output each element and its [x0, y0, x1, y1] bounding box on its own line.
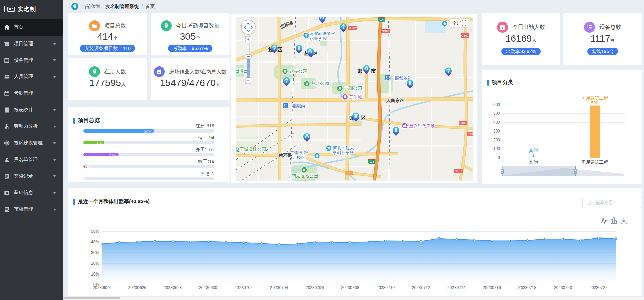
svg-text:20230710: 20230710: [377, 285, 395, 290]
svg-text:20230624: 20230624: [93, 285, 111, 290]
svg-text:学科信学院: 学科信学院: [333, 151, 354, 156]
svg-text:G107: G107: [349, 27, 357, 30]
svg-text:20230720: 20230720: [554, 285, 572, 290]
svg-text:20230722: 20230722: [589, 285, 608, 290]
svg-text:G107: G107: [461, 34, 469, 37]
svg-text:新兴时代广场: 新兴时代广场: [409, 124, 435, 128]
svg-text:20230718: 20230718: [518, 285, 537, 290]
svg-text:河北司法警官: 河北司法警官: [310, 31, 335, 36]
svg-text:20%: 20%: [91, 261, 99, 266]
svg-text:丛台公园: 丛台公园: [311, 81, 329, 86]
svg-text:200: 200: [493, 138, 500, 142]
svg-text:人民东路: 人民东路: [386, 98, 404, 103]
svg-text:职业学院: 职业学院: [309, 36, 327, 41]
svg-text:G107: G107: [455, 169, 462, 173]
svg-text:20230714: 20230714: [447, 285, 466, 290]
svg-text:南环路: 南环路: [279, 153, 293, 158]
svg-text:区: 区: [361, 115, 366, 121]
svg-text:500: 500: [493, 111, 500, 116]
svg-text:G514: G514: [382, 30, 389, 33]
svg-text:590: 590: [591, 100, 598, 105]
svg-text:G107: G107: [459, 121, 467, 125]
svg-text:20230702: 20230702: [234, 285, 253, 290]
svg-text:1: 1: [532, 153, 534, 158]
svg-text:其他: 其他: [529, 160, 538, 165]
svg-text:龙湖公园: 龙湖公园: [344, 86, 362, 91]
svg-text:房屋建筑工程: 房屋建筑工程: [581, 95, 608, 101]
svg-text:市: 市: [371, 68, 376, 74]
svg-text:30%: 30%: [91, 250, 99, 255]
svg-text:100: 100: [493, 146, 500, 151]
svg-text:房屋建筑工程: 房屋建筑工程: [581, 160, 608, 165]
svg-text:河北工程大: 河北工程大: [333, 146, 354, 151]
svg-text:300: 300: [493, 129, 500, 134]
svg-text:20230706: 20230706: [306, 285, 324, 290]
svg-text:20230704: 20230704: [270, 285, 288, 290]
svg-text:(西校区): (西校区): [291, 155, 307, 160]
svg-text:10%: 10%: [91, 272, 99, 277]
svg-text:G4: G4: [370, 160, 374, 163]
svg-text:20230626: 20230626: [128, 285, 147, 290]
svg-text:20230716: 20230716: [483, 285, 501, 290]
svg-text:G30: G30: [468, 133, 473, 136]
svg-text:赵王城遗址公园: 赵王城遗址公园: [236, 147, 266, 152]
svg-text:美乐城: 美乐城: [349, 95, 362, 100]
svg-text:G4: G4: [380, 18, 384, 21]
svg-text:区: 区: [277, 47, 282, 52]
svg-text:400: 400: [493, 120, 500, 125]
svg-text:全屏: 全屏: [452, 21, 461, 26]
svg-text:20230708: 20230708: [341, 285, 359, 290]
svg-text:邯郸站: 邯郸站: [293, 104, 306, 109]
svg-text:S313: S313: [345, 171, 352, 175]
svg-text:20230630: 20230630: [199, 285, 217, 290]
svg-text:40%: 40%: [91, 240, 99, 244]
svg-text:50%: 50%: [91, 229, 99, 234]
svg-text:20230628: 20230628: [164, 285, 182, 290]
svg-text:其他: 其他: [529, 148, 538, 153]
svg-text:20230712: 20230712: [412, 285, 430, 290]
svg-text:赵苑公园: 赵苑公园: [290, 69, 307, 74]
svg-text:邯: 邯: [357, 68, 362, 74]
svg-text:0: 0: [498, 155, 500, 160]
svg-text:邯郸学院: 邯郸学院: [291, 150, 308, 155]
svg-text:600: 600: [493, 102, 500, 107]
svg-text:园博园: 园博园: [236, 68, 248, 73]
svg-text:南湖湿地公园: 南湖湿地公园: [292, 173, 318, 178]
